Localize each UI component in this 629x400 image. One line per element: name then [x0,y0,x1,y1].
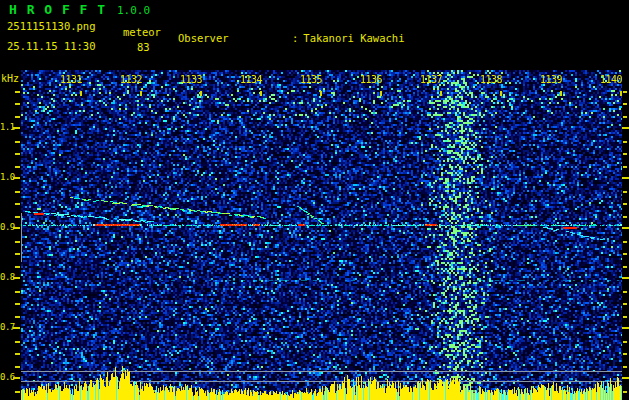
time-tick-label: 1132 [116,74,142,86]
freq-minor-tick-left [15,366,20,368]
time-minute-tick [560,91,562,96]
frequency-axis-unit: kHz [1,73,19,84]
freq-minor-tick-left [15,116,20,118]
freq-minor-tick-left [15,153,20,155]
freq-minor-tick-right [623,166,627,168]
time-tick-label: 1131 [56,74,82,86]
freq-major-tick-right [622,377,629,379]
freq-major-tick-left [13,227,20,229]
info-value: Takanori Kawachi [303,32,404,45]
freq-minor-tick-right [623,253,627,255]
time-minute-tick [80,91,82,96]
freq-minor-tick-right [623,191,627,193]
datetime-label: 25.11.15 11:30 [7,40,96,52]
freq-minor-tick-left [15,203,20,205]
freq-minor-tick-left [15,291,20,293]
freq-minor-tick-right [623,341,627,343]
time-minute-tick [260,91,262,96]
freq-minor-tick-left [15,241,20,243]
spectrogram-canvas [21,70,622,400]
freq-minor-tick-right [623,303,627,305]
time-tick-label: 1140 [596,74,622,86]
freq-minor-tick-left [15,103,20,105]
time-tick-label: 1134 [236,74,262,86]
freq-minor-tick-right [623,291,627,293]
freq-minor-tick-right [623,116,627,118]
time-minute-tick [620,91,622,96]
freq-major-tick-left [13,127,20,129]
time-tick-label: 1136 [356,74,382,86]
freq-minor-tick-left [15,341,20,343]
time-tick-label: 1135 [296,74,322,86]
time-minute-tick [380,91,382,96]
time-minute-tick [440,91,442,96]
freq-minor-tick-left [15,303,20,305]
time-minute-tick [320,91,322,96]
freq-major-tick-left [13,277,20,279]
freq-tick-label: 1.0 [0,172,13,183]
freq-minor-tick-left [15,353,20,355]
freq-minor-tick-right [623,91,627,93]
info-label: Observer [178,32,292,45]
file-name: 2511151130.png [7,20,96,32]
freq-minor-tick-left [15,316,20,318]
freq-minor-tick-left [15,253,20,255]
freq-major-tick-left [13,327,20,329]
app-version: 1.0.0 [117,4,150,17]
freq-minor-tick-right [623,266,627,268]
freq-minor-tick-right [623,153,627,155]
freq-major-tick-right [622,127,629,129]
freq-minor-tick-right [623,316,627,318]
info-separator: : [292,32,298,45]
freq-minor-tick-right [623,141,627,143]
freq-major-tick-left [13,177,20,179]
freq-tick-label: 1.1 [0,122,13,133]
echo-count: 83 [137,41,150,53]
freq-minor-tick-left [15,266,20,268]
freq-minor-tick-right [623,366,627,368]
mode-label: meteor [123,26,161,38]
freq-major-tick-right [622,227,629,229]
freq-minor-tick-left [15,216,20,218]
freq-tick-label: 0.6 [0,372,13,383]
info-row-observer: Observer : Takanori Kawachi [178,32,531,45]
time-tick-label: 1133 [176,74,202,86]
time-tick-label: 1138 [476,74,502,86]
freq-major-tick-right [622,327,629,329]
freq-minor-tick-right [623,353,627,355]
freq-minor-tick-right [623,203,627,205]
freq-minor-tick-right [623,103,627,105]
time-minute-tick [500,91,502,96]
freq-minor-tick-left [15,91,20,93]
hrofft-window: H R O F F T 1.0.0 2511151130.png meteor … [0,0,629,400]
freq-minor-tick-left [15,141,20,143]
freq-minor-tick-left [15,166,20,168]
freq-minor-tick-right [623,241,627,243]
freq-major-tick-right [622,277,629,279]
freq-minor-tick-left [15,391,20,393]
time-minute-tick [140,91,142,96]
time-tick-label: 1139 [536,74,562,86]
app-title: H R O F F T [9,2,106,17]
freq-minor-tick-right [623,216,627,218]
freq-tick-label: 0.7 [0,322,13,333]
freq-major-tick-right [622,177,629,179]
time-tick-label: 1137 [416,74,442,86]
time-minute-tick [200,91,202,96]
freq-tick-label: 0.8 [0,272,13,283]
freq-minor-tick-right [623,391,627,393]
freq-minor-tick-left [15,191,20,193]
freq-major-tick-left [13,377,20,379]
freq-tick-label: 0.9 [0,222,13,233]
